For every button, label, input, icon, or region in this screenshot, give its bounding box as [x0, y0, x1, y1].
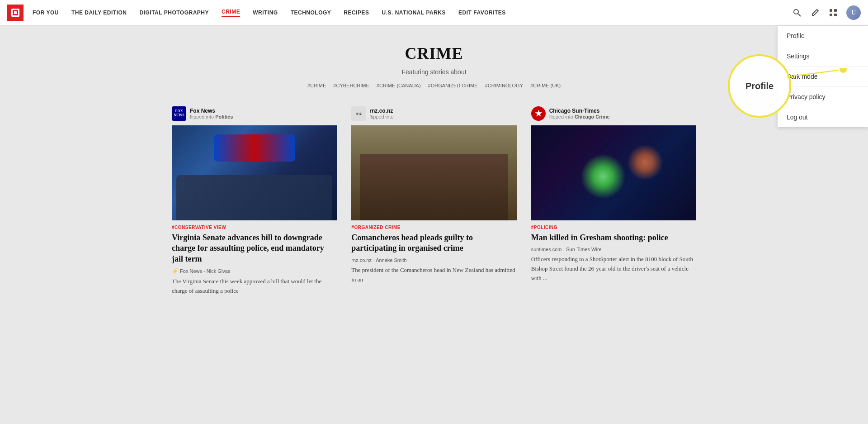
tag-crime-uk[interactable]: #CRIME (UK) [530, 83, 561, 88]
dropdown-settings[interactable]: Settings [778, 46, 868, 67]
article-source-1: FOXNEWS Fox News flipped into Politics [172, 106, 337, 121]
svg-rect-3 [834, 9, 837, 12]
dropdown-profile[interactable]: Profile [778, 26, 868, 46]
edit-icon[interactable] [810, 8, 820, 18]
nav-link-for-you[interactable]: FOR YOU [33, 10, 59, 16]
article-source-2: rnz rnz.co.nz flipped into [351, 106, 516, 121]
article-card-1: FOXNEWS Fox News flipped into Politics #… [172, 106, 337, 296]
nav-link-daily-edition[interactable]: THE DAILY EDITION [71, 10, 127, 16]
source-flipped-1: flipped into Politics [190, 114, 233, 119]
article-source-3: ★ Chicago Sun-Times flipped into Chicago… [531, 106, 696, 121]
article-tag-1: #CONSERVATIVE VIEW [172, 225, 337, 230]
tags-container: #CRIME #CYBERCRIME #CRIME (CANADA) #ORGA… [172, 83, 696, 88]
page-title: CRIME [172, 44, 696, 63]
nav-right: U [792, 5, 861, 20]
articles-grid: FOXNEWS Fox News flipped into Politics #… [172, 106, 696, 296]
nav-link-crime[interactable]: CRIME [222, 9, 240, 17]
svg-line-1 [798, 14, 801, 16]
police-lights-image [531, 125, 696, 220]
grid-icon[interactable] [828, 8, 838, 18]
article-image-3[interactable] [531, 125, 696, 220]
source-name-3: Chicago Sun-Times [549, 108, 610, 114]
dropdown-dark-mode[interactable]: Dark mode [778, 67, 868, 87]
article-byline-2: rnz.co.nz - Anneke Smith [351, 257, 516, 263]
article-excerpt-3: Officers responding to a ShotSpotter ale… [531, 255, 696, 283]
article-excerpt-2: The president of the Comancheros head in… [351, 266, 516, 285]
article-excerpt-1: The Virginia Senate this week approved a… [172, 277, 337, 296]
nav-link-recipes[interactable]: RECIPES [344, 10, 369, 16]
page-subtitle: Featuring stories about [172, 68, 696, 76]
article-image-1[interactable] [172, 125, 337, 220]
flipboard-logo[interactable] [7, 5, 24, 21]
tag-crime[interactable]: #CRIME [307, 83, 326, 88]
source-name-2: rnz.co.nz [369, 108, 393, 114]
svg-rect-4 [830, 14, 832, 16]
nav-link-digital-photography[interactable]: DIGITAL PHOTOGRAPHY [139, 10, 209, 16]
search-icon[interactable] [792, 8, 802, 18]
nav-link-writing[interactable]: WRITING [253, 10, 278, 16]
courtroom-image [351, 125, 516, 220]
dropdown-log-out[interactable]: Log out [778, 107, 868, 127]
tag-organized-crime[interactable]: #ORGANIZED CRIME [428, 83, 478, 88]
foxnews-logo: FOXNEWS [172, 106, 186, 121]
rnz-logo: rnz [351, 106, 366, 121]
article-tag-3: #POLICING [531, 225, 696, 230]
page-content: CRIME Featuring stories about #CRIME #CY… [163, 26, 705, 314]
nav-link-technology[interactable]: TECHNOLOGY [291, 10, 331, 16]
nav-links: FOR YOU THE DAILY EDITION DIGITAL PHOTOG… [33, 9, 792, 17]
source-flipped-3: flipped into Chicago Crime [549, 114, 610, 119]
navbar: FOR YOU THE DAILY EDITION DIGITAL PHOTOG… [0, 0, 868, 26]
nav-link-edit-favorites[interactable]: EDIT FAVORITES [458, 10, 506, 16]
svg-rect-5 [834, 14, 837, 16]
svg-point-0 [794, 10, 798, 14]
article-byline-1: ⚡ Fox News - Nick Givas [172, 268, 337, 274]
nav-link-national-parks[interactable]: U.S. NATIONAL PARKS [382, 10, 446, 16]
source-name-1: Fox News [190, 108, 233, 114]
lightning-icon-1: ⚡ [172, 268, 179, 274]
article-byline-3: suntimes.com - Sun-Times Wire [531, 247, 696, 252]
tag-criminology[interactable]: #CRIMINOLOGY [485, 83, 523, 88]
dropdown-menu: Profile Settings Dark mode Privacy polic… [778, 26, 868, 127]
article-title-3[interactable]: Man killed in Gresham shooting: police [531, 233, 696, 243]
article-title-1[interactable]: Virginia Senate advances bill to downgra… [172, 233, 337, 264]
svg-rect-2 [830, 9, 832, 12]
article-image-2[interactable] [351, 125, 516, 220]
article-card-2: rnz rnz.co.nz flipped into #ORGANIZED CR… [351, 106, 516, 296]
article-title-2[interactable]: Comancheros head pleads guilty to partic… [351, 233, 516, 254]
source-flipped-2: flipped into [369, 114, 393, 119]
tag-cybercrime[interactable]: #CYBERCRIME [333, 83, 369, 88]
police-car-image [172, 125, 337, 220]
avatar[interactable]: U [846, 5, 861, 20]
tag-crime-canada[interactable]: #CRIME (CANADA) [377, 83, 421, 88]
dropdown-privacy-policy[interactable]: Privacy policy [778, 87, 868, 107]
article-card-3: ★ Chicago Sun-Times flipped into Chicago… [531, 106, 696, 296]
suntimes-logo: ★ [531, 106, 546, 121]
article-tag-2: #ORGANIZED CRIME [351, 225, 516, 230]
